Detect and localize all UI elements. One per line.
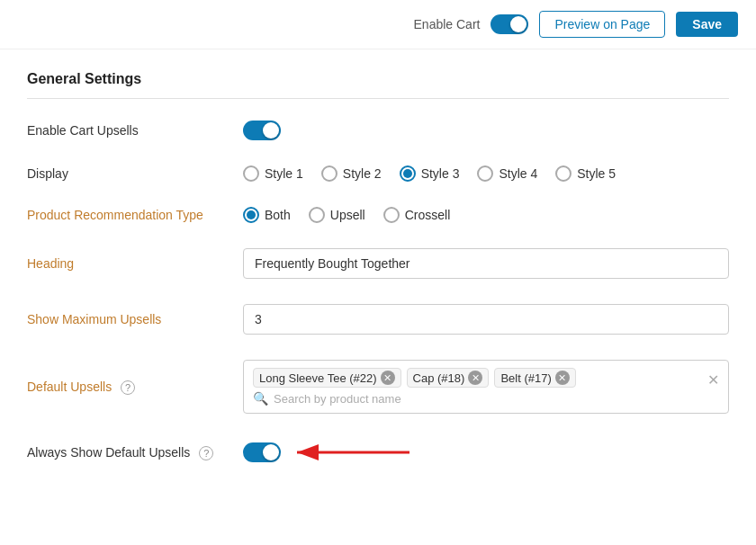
help-icon-default-upsells[interactable]: ? bbox=[121, 380, 135, 395]
tag-remove-long-sleeve[interactable]: ✕ bbox=[381, 371, 395, 385]
row-default-upsells: Default Upsells ? Long Sleeve Tee (#22) … bbox=[27, 360, 729, 414]
max-upsells-input[interactable] bbox=[243, 304, 729, 335]
radio-both[interactable]: Both bbox=[243, 207, 291, 223]
tag-remove-cap[interactable]: ✕ bbox=[468, 371, 482, 385]
search-placeholder: Search by product name bbox=[274, 392, 401, 406]
control-recommendation-type: Both Upsell Crossell bbox=[243, 207, 729, 223]
radio-circle-crossell bbox=[383, 207, 400, 223]
label-default-upsells: Default Upsells ? bbox=[27, 380, 243, 395]
row-recommendation-type: Product Recommendation Type Both Upsell … bbox=[27, 207, 729, 223]
tag-remove-belt[interactable]: ✕ bbox=[555, 371, 570, 385]
radio-label-style1: Style 1 bbox=[265, 166, 303, 181]
radio-circle-style5 bbox=[555, 165, 572, 182]
row-display: Display Style 1 Style 2 Style 3 Style 4 … bbox=[27, 165, 729, 182]
control-default-upsells: Long Sleeve Tee (#22) ✕ Cap (#18) ✕ Belt… bbox=[243, 360, 729, 414]
radio-style2[interactable]: Style 2 bbox=[321, 165, 382, 182]
radio-circle-style1 bbox=[243, 165, 259, 182]
row-heading: Heading Frequently Bought Together bbox=[27, 248, 729, 279]
radio-label-upsell: Upsell bbox=[330, 208, 365, 222]
tag-label-cap: Cap (#18) bbox=[413, 371, 465, 385]
radio-style5[interactable]: Style 5 bbox=[555, 165, 616, 182]
label-always-show-default: Always Show Default Upsells ? bbox=[27, 445, 243, 460]
tag-cap: Cap (#18) ✕ bbox=[407, 368, 490, 388]
label-show-max-upsells: Show Maximum Upsells bbox=[27, 312, 243, 326]
red-arrow-icon bbox=[288, 439, 414, 466]
radio-label-style3: Style 3 bbox=[421, 166, 460, 181]
radio-upsell[interactable]: Upsell bbox=[309, 207, 365, 223]
row-enable-cart-upsells: Enable Cart Upsells bbox=[27, 121, 729, 140]
control-always-show-default bbox=[243, 439, 729, 466]
radio-style4[interactable]: Style 4 bbox=[477, 165, 537, 182]
tag-long-sleeve-tee: Long Sleeve Tee (#22) ✕ bbox=[253, 368, 401, 388]
radio-circle-style4 bbox=[477, 165, 493, 182]
toggle-thumb-upsells bbox=[263, 122, 279, 138]
control-show-max-upsells bbox=[243, 304, 729, 335]
radio-label-style4: Style 4 bbox=[499, 166, 537, 181]
tags-top-line: Long Sleeve Tee (#22) ✕ Cap (#18) ✕ Belt… bbox=[253, 368, 719, 391]
radio-circle-style2 bbox=[321, 165, 338, 182]
search-icon: 🔍 bbox=[253, 391, 268, 406]
save-button[interactable]: Save bbox=[676, 12, 738, 37]
radio-label-style2: Style 2 bbox=[343, 166, 382, 181]
tags-input-container[interactable]: Long Sleeve Tee (#22) ✕ Cap (#18) ✕ Belt… bbox=[243, 360, 729, 414]
radio-crossell[interactable]: Crossell bbox=[383, 207, 451, 223]
enable-cart-upsells-toggle[interactable] bbox=[243, 121, 281, 140]
control-enable-cart-upsells bbox=[243, 121, 729, 140]
divider bbox=[27, 98, 729, 99]
always-show-toggle[interactable] bbox=[243, 442, 281, 462]
radio-circle-both bbox=[243, 207, 259, 223]
radio-label-crossell: Crossell bbox=[405, 208, 451, 222]
row-show-max-upsells: Show Maximum Upsells bbox=[27, 304, 729, 335]
main-content: General Settings Enable Cart Upsells Dis… bbox=[0, 49, 756, 513]
control-display: Style 1 Style 2 Style 3 Style 4 Style 5 bbox=[243, 165, 729, 182]
label-recommendation-type: Product Recommendation Type bbox=[27, 208, 243, 222]
toggle-arrow-container bbox=[243, 439, 414, 466]
toggle-thumb-always-show bbox=[263, 444, 279, 460]
tags-search-row: 🔍 Search by product name bbox=[253, 391, 719, 406]
preview-on-page-button[interactable]: Preview on Page bbox=[539, 11, 665, 38]
radio-style1[interactable]: Style 1 bbox=[243, 165, 303, 182]
tag-label-long-sleeve: Long Sleeve Tee (#22) bbox=[259, 371, 377, 385]
tags-clear-button[interactable]: ✕ bbox=[707, 371, 719, 389]
control-heading: Frequently Bought Together bbox=[243, 248, 729, 279]
top-bar: Enable Cart Preview on Page Save bbox=[0, 0, 756, 49]
radio-style3[interactable]: Style 3 bbox=[400, 165, 460, 182]
tag-belt: Belt (#17) ✕ bbox=[494, 368, 575, 388]
tag-label-belt: Belt (#17) bbox=[500, 371, 551, 385]
tags-row: Long Sleeve Tee (#22) ✕ Cap (#18) ✕ Belt… bbox=[253, 368, 576, 388]
label-enable-cart-upsells: Enable Cart Upsells bbox=[27, 123, 243, 138]
heading-input[interactable]: Frequently Bought Together bbox=[243, 248, 729, 279]
enable-cart-toggle[interactable] bbox=[490, 14, 528, 34]
help-icon-always-show[interactable]: ? bbox=[199, 446, 213, 460]
radio-circle-upsell bbox=[309, 207, 325, 223]
label-heading: Heading bbox=[27, 256, 243, 271]
radio-label-both: Both bbox=[265, 208, 291, 222]
section-title: General Settings bbox=[27, 71, 729, 87]
enable-cart-label: Enable Cart bbox=[414, 17, 481, 31]
row-always-show-default: Always Show Default Upsells ? bbox=[27, 439, 729, 466]
radio-label-style5: Style 5 bbox=[577, 166, 616, 181]
label-display: Display bbox=[27, 166, 243, 181]
radio-circle-style3 bbox=[400, 165, 416, 182]
